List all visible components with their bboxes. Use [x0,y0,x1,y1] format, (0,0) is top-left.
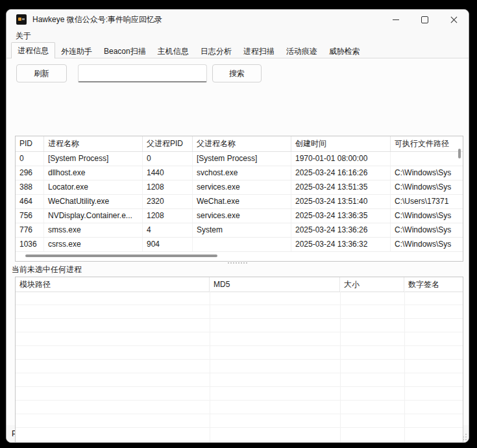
cell-process-name: WeChatUtility.exe [44,195,143,208]
column-separator [340,292,341,443]
cell-pid: 0 [16,152,44,166]
module-table-header: 模块路径 MD5 大小 数字签名 [16,277,463,292]
cell-parent-name: System [193,223,291,237]
cell-create-time: 2025-03-24 13:51:40 [291,195,391,208]
refresh-button[interactable]: 刷新 [16,64,67,82]
process-table-header: PID 进程名称 父进程PID 父进程名称 创建时间 可执行文件路径 [16,136,463,152]
cell-pid: 776 [16,223,44,237]
process-table-vscrollbar[interactable] [458,149,461,158]
col-signature[interactable]: 数字签名 [404,277,463,292]
process-table-hscrollbar[interactable] [25,255,217,257]
cell-create-time: 1970-01-01 08:00:00 [291,152,391,166]
process-info-page: 刷新 搜索 PID 进程名称 父进程PID 父进程名称 创建时间 可执行文件路径… [6,58,469,425]
hawk-beak-icon [22,18,25,20]
col-md5[interactable]: MD5 [210,277,340,292]
col-pid[interactable]: PID [16,136,44,151]
splitter-handle[interactable] [228,262,247,264]
cell-create-time: 2025-03-24 13:36:35 [291,209,391,223]
cell-parent-pid: 4 [143,223,193,237]
cell-parent-name: WeChat.exe [193,195,291,208]
cell-parent-name: [System Process] [193,152,291,166]
col-module-path[interactable]: 模块路径 [16,277,210,292]
search-input[interactable] [78,64,207,82]
tab-host-info[interactable]: 主机信息 [152,45,195,58]
cell-parent-pid: 904 [143,238,193,251]
minimize-icon [393,19,399,20]
cell-exe-path: C:\Users\17371 [391,195,463,208]
tab-threat-search[interactable]: 威胁检索 [323,45,366,58]
cell-exe-path: C:\Windows\Sys [391,209,463,223]
cell-parent-name [193,238,291,251]
table-row[interactable]: 464 WeChatUtility.exe 2320 WeChat.exe 20… [16,195,463,209]
cell-create-time: 2025-03-24 13:36:26 [291,223,391,237]
title-bar: Hawkeye 微信公众号:事件响应回忆录 [6,10,469,29]
cell-parent-pid: 2320 [143,195,193,208]
tab-activity-traces[interactable]: 活动痕迹 [280,45,323,58]
maximize-button[interactable] [410,10,439,29]
minimize-button[interactable] [381,10,410,29]
close-icon [450,16,458,23]
table-row[interactable]: 388 Locator.exe 1208 services.exe 2025-0… [16,180,463,195]
cell-exe-path: C:\Windows\Sys [391,223,463,237]
col-parent-pid[interactable]: 父进程PID [143,136,193,151]
cell-create-time: 2025-03-24 13:36:32 [291,238,391,251]
cell-pid: 388 [16,180,44,194]
cell-process-name: smss.exe [44,223,143,237]
module-table-body [16,292,463,443]
cell-process-name: dllhost.exe [44,166,143,180]
cell-pid: 756 [16,209,44,223]
cell-create-time: 2025-03-24 13:51:35 [291,180,391,194]
tab-beacon-scan[interactable]: Beacon扫描 [98,45,152,58]
cell-pid: 296 [16,166,44,180]
menu-item-about[interactable]: 关于 [12,29,35,43]
cell-parent-pid: 1208 [143,209,193,223]
cell-parent-pid: 1208 [143,180,193,194]
cell-parent-pid: 1440 [143,166,193,180]
hawk-eye-icon [18,18,21,21]
cell-process-name: NVDisplay.Container.e... [44,209,143,223]
table-row[interactable]: 1036 csrss.exe 904 2025-03-24 13:36:32 C… [16,238,463,252]
tab-process-info[interactable]: 进程信息 [11,42,55,58]
tab-log-analysis[interactable]: 日志分析 [195,45,238,58]
cell-parent-pid: 0 [143,152,193,166]
menu-bar: 关于 [6,29,469,42]
col-parent-name[interactable]: 父进程名称 [193,136,291,151]
column-separator [404,292,405,443]
cell-parent-name: services.exe [193,180,291,194]
col-create-time[interactable]: 创建时间 [291,136,391,151]
table-row[interactable]: 0 [System Process] 0 [System Process] 19… [16,152,463,166]
tab-outbound-helper[interactable]: 外连助手 [55,45,98,58]
column-separator [210,292,210,443]
close-button[interactable] [439,10,469,29]
cell-parent-name: services.exe [193,209,291,223]
cell-pid: 1036 [16,238,44,251]
window-title: Hawkeye 微信公众号:事件响应回忆录 [32,14,162,25]
tab-strip: 进程信息 外连助手 Beacon扫描 主机信息 日志分析 进程扫描 活动痕迹 威… [11,42,464,58]
window-controls [381,10,469,29]
selection-status-label: 当前未选中任何进程 [12,264,82,275]
table-row[interactable]: 296 dllhost.exe 1440 svchost.exe 2025-03… [16,166,463,180]
cell-process-name: [System Process] [44,152,143,166]
tab-process-scan[interactable]: 进程扫描 [238,45,280,58]
cell-exe-path: C:\Windows\Sys [391,238,463,251]
cell-exe-path: C:\Windows\Sys [391,166,463,180]
cell-exe-path [391,152,463,166]
cell-pid: 464 [16,195,44,208]
table-row[interactable]: 776 smss.exe 4 System 2025-03-24 13:36:2… [16,223,463,238]
cell-process-name: csrss.exe [44,238,143,251]
app-icon [16,14,27,25]
cell-parent-name: svchost.exe [193,166,291,180]
col-exe-path[interactable]: 可执行文件路径 [391,136,463,151]
module-table: 模块路径 MD5 大小 数字签名 [15,277,463,443]
cell-create-time: 2025-03-24 16:16:26 [291,166,391,180]
cell-process-name: Locator.exe [44,180,143,194]
search-button[interactable]: 搜索 [212,64,262,82]
col-process-name[interactable]: 进程名称 [44,136,143,151]
app-window: Hawkeye 微信公众号:事件响应回忆录 关于 进程信息 外连助手 Beaco… [6,9,469,443]
col-size[interactable]: 大小 [340,277,404,292]
table-row[interactable]: 756 NVDisplay.Container.e... 1208 servic… [16,209,463,223]
maximize-icon [421,16,428,23]
cell-exe-path: C:\Windows\Sys [391,180,463,194]
process-table: PID 进程名称 父进程PID 父进程名称 创建时间 可执行文件路径 0 [Sy… [15,136,463,262]
